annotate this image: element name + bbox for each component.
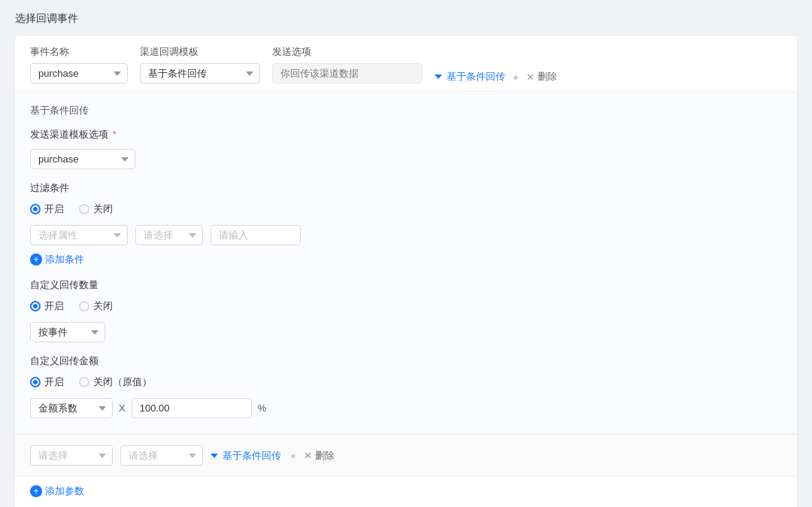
amount-type-select[interactable]: 金额系数 (30, 398, 113, 418)
custom-count-close-radio[interactable]: 关闭 (79, 299, 113, 313)
custom-amount-section: 自定义回传金额 开启 关闭（原值） 金额系数 X (30, 354, 782, 418)
delete-action[interactable]: ✕ 删除 (526, 70, 557, 83)
page-wrapper: 选择回调事件 事件名称 purchase 渠道回调模板 基于条件回传 发送选项 (0, 0, 812, 507)
condition-action[interactable]: 基于条件回传 (435, 70, 505, 83)
custom-count-close-circle (79, 301, 89, 311)
attr-select[interactable]: 选择属性 (30, 225, 128, 245)
custom-amount-open-radio[interactable]: 开启 (30, 375, 64, 389)
channel-template-header: 渠道回调模板 (140, 45, 260, 59)
send-channel-select[interactable]: purchase (30, 149, 135, 169)
param-delete-icon: ✕ (304, 450, 312, 461)
percent-label: % (258, 402, 267, 414)
custom-count-radio-group: 开启 关闭 (30, 299, 782, 313)
param-select-2[interactable]: 请选择 (120, 445, 203, 466)
op-select[interactable]: 请选择 (135, 225, 203, 245)
condition-block-title: 基于条件回传 (30, 104, 782, 117)
send-channel-section: 发送渠道模板选项 * purchase (30, 128, 782, 181)
param-row: 请选择 请选择 基于条件回传 ● ✕ 删除 (15, 434, 797, 476)
event-column: 事件名称 purchase (30, 45, 128, 83)
custom-count-section: 自定义回传数量 开启 关闭 按事件 (30, 278, 782, 354)
param-select-1[interactable]: 请选择 (30, 445, 113, 466)
custom-amount-close-radio[interactable]: 关闭（原值） (79, 375, 152, 389)
required-star: * (113, 129, 117, 140)
by-event-select[interactable]: 按事件 (30, 322, 105, 342)
custom-amount-close-circle (79, 377, 89, 387)
send-options-header: 发送选项 (272, 45, 423, 59)
main-card: 事件名称 purchase 渠道回调模板 基于条件回传 发送选项 基于条件回传 (15, 36, 797, 507)
template-select[interactable]: 基于条件回传 (140, 63, 260, 83)
event-name-header: 事件名称 (30, 45, 128, 59)
amount-value-input[interactable] (132, 398, 252, 418)
param-delete-action[interactable]: ✕ 删除 (304, 449, 335, 463)
send-input (272, 63, 423, 83)
x-label: X (119, 402, 126, 414)
custom-amount-open-circle (30, 377, 41, 387)
page-title: 选择回调事件 (15, 12, 797, 26)
filter-radio-group: 开启 关闭 (30, 202, 782, 216)
filter-open-radio[interactable]: 开启 (30, 202, 64, 216)
custom-amount-label: 自定义回传金额 (30, 354, 782, 368)
filter-close-radio[interactable]: 关闭 (79, 202, 113, 216)
send-channel-label: 发送渠道模板选项 * (30, 128, 782, 141)
amount-row: 金额系数 X % (30, 398, 782, 418)
template-column: 渠道回调模板 基于条件回传 (140, 45, 260, 83)
param-triangle-icon (211, 454, 218, 458)
custom-count-label: 自定义回传数量 (30, 278, 782, 292)
delete-icon: ✕ (526, 71, 535, 83)
add-param-icon: + (30, 485, 42, 497)
value-input[interactable] (211, 225, 301, 245)
param-condition-action[interactable]: 基于条件回传 (211, 449, 281, 463)
event-select[interactable]: purchase (30, 63, 128, 83)
top-row-actions: 基于条件回传 ● ✕ 删除 (435, 56, 557, 83)
filter-section: 过滤条件 开启 关闭 选择属性 请选择 (30, 181, 782, 278)
send-column: 发送选项 (272, 45, 423, 83)
custom-count-open-circle (30, 301, 41, 311)
filter-label: 过滤条件 (30, 181, 782, 195)
custom-amount-radio-group: 开启 关闭（原值） (30, 375, 782, 389)
filter-open-radio-circle (30, 204, 41, 214)
add-condition-button[interactable]: + 添加条件 (30, 253, 84, 266)
add-param-button[interactable]: + 添加参数 (30, 484, 84, 498)
filter-close-radio-circle (79, 204, 89, 214)
add-param-row: + 添加参数 (15, 476, 797, 505)
filter-row: 选择属性 请选择 (30, 225, 782, 245)
add-condition-icon: + (30, 254, 42, 266)
triangle-icon (435, 74, 442, 79)
condition-block: 基于条件回传 发送渠道模板选项 * purchase 过滤条件 开启 (15, 92, 797, 434)
custom-count-open-radio[interactable]: 开启 (30, 299, 64, 313)
